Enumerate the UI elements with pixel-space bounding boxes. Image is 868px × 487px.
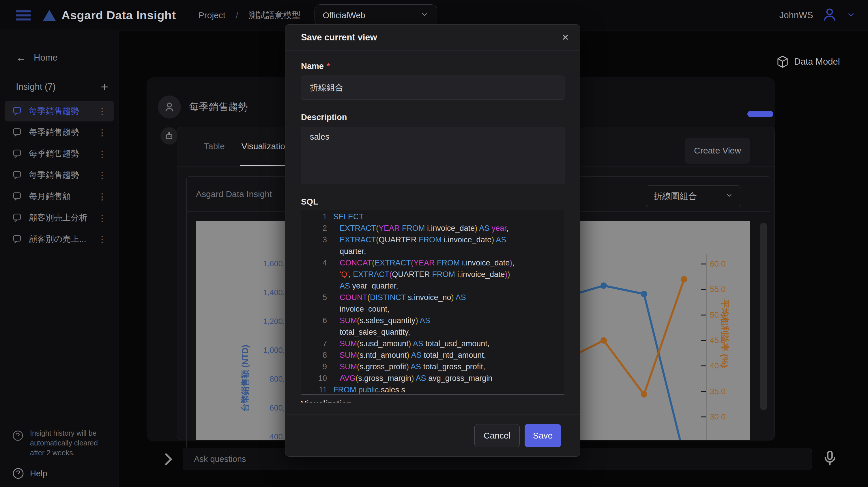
robot-icon [164, 131, 174, 141]
sql-code-line: 11FROM public.sales s [301, 384, 564, 395]
data-point [600, 283, 607, 289]
sql-code-line: 8SUM(s.ntd_amount) AS total_ntd_amount, [301, 349, 564, 361]
sql-code-line: 3EXTRACT(QUARTER FROM i.invoice_date) AS [301, 234, 564, 246]
visualization-label: Visualization [301, 399, 564, 402]
kebab-menu-icon[interactable]: ⋮ [98, 170, 106, 180]
workspace-select[interactable]: OfficialWeb [314, 4, 437, 26]
chat-bubble-icon [12, 234, 22, 244]
sidebar-insight-item[interactable]: 每季銷售趨勢⋮ [5, 165, 114, 186]
kebab-menu-icon[interactable]: ⋮ [98, 149, 106, 159]
user-menu-chevron-icon[interactable] [846, 10, 856, 21]
sql-code-line: 9SUM(s.gross_profit) AS total_gross_prof… [301, 361, 564, 372]
kebab-menu-icon[interactable]: ⋮ [98, 192, 106, 202]
sidebar-insight-list: 每季銷售趨勢⋮每季銷售趨勢⋮每季銷售趨勢⋮每季銷售趨勢⋮每月銷售額⋮顧客別売上分… [0, 101, 119, 250]
sidebar-insight-item[interactable]: 每季銷售趨勢⋮ [5, 143, 114, 164]
sql-code-line: 7SUM(s.usd_amount) AS total_usd_amount, [301, 338, 564, 349]
sql-code-line: 1SELECT [301, 211, 564, 222]
name-label: Name* [301, 61, 564, 71]
sql-code-line: 4CONCAT(EXTRACT(YEAR FROM i.invoice_date… [301, 257, 564, 269]
insight-item-label: 每月銷售額 [29, 191, 71, 202]
insight-item-label: 顧客別売上分析 [29, 212, 87, 224]
modal-footer: Cancel Save [285, 415, 580, 456]
tab-visualization[interactable]: Visualization [240, 127, 292, 166]
series-line-margin [563, 279, 684, 394]
person-icon [163, 101, 176, 113]
user-avatar-icon[interactable] [822, 7, 837, 24]
modal-title: Save current view [301, 32, 377, 43]
chevron-down-icon [725, 191, 733, 201]
sidebar-insight-item[interactable]: 每季銷售趨勢⋮ [5, 122, 114, 143]
sidebar: ← Home Insight (7) + 每季銷售趨勢⋮每季銷售趨勢⋮每季銷售趨… [0, 31, 119, 487]
cancel-button[interactable]: Cancel [474, 424, 520, 447]
sidebar-insight-item[interactable]: 顧客別売上分析⋮ [5, 207, 114, 228]
partially-hidden-primary-button[interactable] [747, 111, 773, 117]
description-label: Description [301, 112, 564, 122]
description-textarea[interactable]: sales [301, 127, 564, 184]
chat-bubble-icon [12, 106, 22, 116]
app-logo-icon [43, 10, 56, 21]
series-line-ntd [563, 286, 684, 440]
sql-code-line: 6SUM(s.sales_quantity) AS [301, 315, 564, 326]
insight-avatar [158, 96, 181, 119]
insight-item-label: 每季銷售趨勢 [29, 105, 79, 117]
save-button[interactable]: Save [525, 424, 561, 447]
sidebar-section-title: Insight (7) [16, 82, 56, 92]
kebab-menu-icon[interactable]: ⋮ [98, 213, 106, 223]
sql-code-line: total_sales_quantity, [301, 326, 564, 338]
add-insight-button[interactable]: + [101, 83, 108, 91]
chevron-down-icon [420, 10, 429, 21]
chat-bubble-icon [12, 170, 22, 180]
help-button[interactable]: Help [12, 467, 119, 480]
breadcrumb-model[interactable]: 測試語意模型 [249, 9, 301, 21]
microphone-icon[interactable] [823, 450, 837, 470]
insight-title: 每季銷售趨勢 [189, 100, 248, 114]
info-question-icon [12, 430, 24, 442]
data-point [600, 337, 607, 344]
sql-code-line: invoice_count, [301, 303, 564, 315]
modal-body: Name* Description sales SQL 1SELECT2EXTR… [285, 51, 580, 402]
back-arrow-icon: ← [16, 52, 26, 64]
close-icon[interactable]: ✕ [562, 32, 569, 42]
sql-code-line: 2EXTRACT(YEAR FROM i.invoice_date) AS ye… [301, 222, 564, 234]
breadcrumb: Project / 測試語意模型 [198, 9, 301, 21]
sql-code-line: 'Q', EXTRACT(QUARTER FROM i.invoice_date… [301, 269, 564, 280]
bot-avatar [160, 127, 178, 144]
sql-code[interactable]: 1SELECT2EXTRACT(YEAR FROM i.invoice_date… [301, 210, 564, 395]
user-name: JohnWS [779, 10, 813, 21]
insight-item-label: 顧客別の売上... [29, 233, 86, 245]
sql-label: SQL [301, 197, 564, 206]
tab-table[interactable]: Table [202, 127, 226, 166]
breadcrumb-separator: / [236, 10, 238, 20]
kebab-menu-icon[interactable]: ⋮ [98, 106, 106, 116]
history-note: Insight history will be automatically cl… [12, 428, 110, 458]
hamburger-menu-icon[interactable] [16, 8, 31, 23]
help-question-icon [12, 467, 24, 480]
insight-item-label: 每季銷售趨勢 [29, 148, 79, 160]
cube-icon [777, 56, 788, 68]
create-view-button[interactable]: Create View [685, 138, 750, 164]
app-title: Asgard Data Insight [61, 9, 176, 22]
sidebar-insight-item[interactable]: 每季銷售趨勢⋮ [5, 101, 114, 122]
data-point [641, 291, 647, 297]
sql-code-line: 5COUNT(DISTINCT s.invoice_no) AS [301, 292, 564, 303]
save-view-modal: Save current view ✕ Name* Description sa… [285, 24, 580, 457]
chat-bubble-icon [12, 128, 22, 137]
chart-type-select[interactable]: 折線圖組合 [646, 185, 741, 207]
kebab-menu-icon[interactable]: ⋮ [98, 128, 106, 138]
name-input[interactable] [301, 75, 564, 100]
sidebar-insight-item[interactable]: 每月銷售額⋮ [5, 186, 114, 207]
expand-chevron-icon[interactable] [162, 451, 175, 468]
sql-code-line: quarter, [301, 246, 564, 257]
insight-item-label: 每季銷售趨勢 [29, 169, 79, 181]
sidebar-home-button[interactable]: ← Home [16, 52, 119, 64]
chat-bubble-icon [12, 149, 22, 158]
insight-item-label: 每季銷售趨勢 [29, 127, 79, 138]
panel-scrollbar[interactable] [760, 223, 767, 410]
sql-code-line: AS year_quarter, [301, 280, 564, 292]
breadcrumb-project[interactable]: Project [198, 10, 225, 20]
chat-bubble-icon [12, 213, 22, 222]
data-model-button[interactable]: Data Model [777, 56, 840, 68]
required-asterisk: * [327, 61, 330, 71]
sidebar-insight-item[interactable]: 顧客別の売上...⋮ [5, 229, 114, 250]
kebab-menu-icon[interactable]: ⋮ [98, 234, 106, 245]
